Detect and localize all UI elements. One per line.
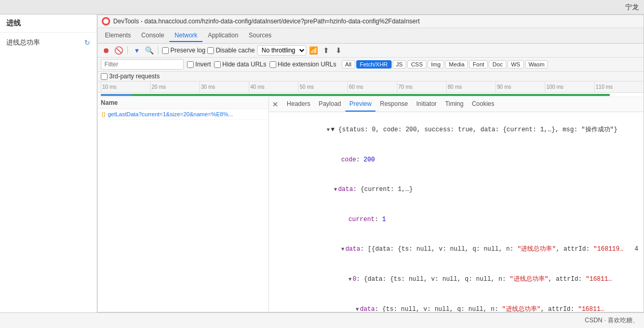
ruler-mark-100: 100 ms [545, 81, 594, 93]
hide-data-urls-checkbox[interactable]: Hide data URLs [214, 61, 266, 68]
thirdparty-checkbox-label[interactable]: 3rd-party requests [101, 73, 159, 80]
triangle-7[interactable] [356, 307, 359, 312]
json-line-1-text: ▼ {status: 0, code: 200, success: true, … [331, 126, 618, 133]
json-str-name-inner: "进线总功率" [502, 306, 541, 312]
filter-btn-wasm[interactable]: Wasm [525, 60, 548, 69]
filter-button[interactable]: ▾ [131, 45, 142, 56]
json-key-0: 0 [353, 276, 356, 283]
disable-cache-checkbox[interactable]: Disable cache [207, 47, 254, 54]
triangle-1[interactable] [327, 127, 330, 133]
upload-icon[interactable]: ⬆ [321, 45, 331, 56]
refresh-icon[interactable]: ↻ [84, 38, 90, 47]
clear-button[interactable]: 🚫 [113, 45, 124, 56]
filter-btn-css[interactable]: CSS [407, 60, 426, 69]
ruler-mark-80: 80 ms [446, 81, 495, 93]
requests-header: Name [98, 97, 269, 109]
record-button[interactable]: ⏺ [101, 45, 111, 56]
json-line-7: data: {ts: null, v: null, q: null, n: "进… [274, 294, 638, 312]
invert-checkbox[interactable]: Invert [187, 61, 211, 68]
filter-btn-all[interactable]: All [342, 60, 355, 69]
json-str-attrid-short: "168119… [594, 245, 624, 253]
ruler-mark-20: 20 ms [150, 81, 199, 93]
json-line-5: data: [{data: {ts: null, v: null, q: nul… [274, 235, 638, 265]
json-line-1: ▼ {status: 0, code: 200, success: true, … [274, 115, 638, 145]
ruler-mark-90: 90 ms [495, 81, 545, 93]
content-split: Name {} getLastData?current=1&size=20&na… [98, 97, 643, 312]
details-tab-headers[interactable]: Headers [283, 97, 314, 112]
invert-input[interactable] [187, 61, 194, 68]
details-tab-response[interactable]: Response [375, 97, 412, 112]
tab-network[interactable]: Network [169, 30, 203, 42]
details-tab-payload[interactable]: Payload [314, 97, 345, 112]
ruler-mark-70: 70 ms [397, 81, 446, 93]
tab-application[interactable]: Application [203, 30, 244, 42]
preserve-log-checkbox[interactable]: Preserve log [162, 47, 205, 54]
filter-btn-ws[interactable]: WS [507, 60, 524, 69]
details-tab-cookies[interactable]: Cookies [467, 97, 498, 112]
details-tab-initiator[interactable]: Initiator [412, 97, 441, 112]
hide-extension-urls-input[interactable] [270, 61, 276, 68]
ruler-marks: 10 ms 20 ms 30 ms 40 ms 50 ms 60 ms 70 m… [101, 81, 643, 93]
filter-bar: Invert Hide data URLs Hide extension URL… [98, 58, 643, 72]
tab-elements[interactable]: Elements [100, 30, 136, 42]
col-name-header: Name [101, 99, 265, 106]
filter-input[interactable] [101, 59, 184, 70]
download-icon[interactable]: ⬇ [333, 45, 344, 56]
json-str-attrid-inner: "16811… [578, 306, 604, 312]
json-key-data-arr: data [345, 245, 360, 253]
json-key-data: data [338, 186, 353, 193]
request-name: getLastData?current=1&size=20&name=%E8%.… [108, 111, 233, 117]
filter-btn-js[interactable]: JS [393, 60, 407, 69]
json-preview: ▼ {status: 0, code: 200, success: true, … [269, 112, 643, 312]
devtools-tabs: Elements Console Network Application Sou… [98, 28, 643, 44]
toolbar-sep-1 [127, 46, 128, 54]
ruler-mark-40: 40 ms [249, 81, 298, 93]
sidebar-title: 进线 [0, 15, 97, 33]
request-item[interactable]: {} getLastData?current=1&size=20&name=%E… [98, 109, 269, 120]
preserve-log-input[interactable] [162, 47, 169, 54]
ruler-mark-60: 60 ms [347, 81, 397, 93]
disable-cache-input[interactable] [207, 47, 214, 54]
triangle-5[interactable] [341, 247, 344, 252]
details-tab-timing[interactable]: Timing [441, 97, 468, 112]
devtools-title: DevTools - data.hnaccloud.com/hzinfo-dat… [113, 18, 420, 25]
json-line-6: 0: {data: {ts: null, v: null, q: null, n… [274, 265, 638, 295]
ruler-mark-50: 50 ms [298, 81, 347, 93]
tab-console[interactable]: Console [136, 30, 169, 42]
filter-type-buttons: All Fetch/XHR JS CSS Img Media Font Doc … [342, 60, 548, 69]
tab-sources[interactable]: Sources [244, 30, 277, 42]
filter-btn-font[interactable]: Font [469, 60, 488, 69]
close-button[interactable]: ✕ [272, 100, 278, 108]
triangle-3[interactable] [334, 187, 337, 193]
timeline-ruler: 10 ms 20 ms 30 ms 40 ms 50 ms 60 ms 70 m… [98, 81, 643, 93]
thirdparty-checkbox[interactable] [101, 73, 108, 80]
sidebar: 进线 进线总功率 ↻ [0, 15, 97, 312]
thirdparty-label: 3rd-party requests [109, 73, 159, 80]
bottom-bar: CSDN · 喜欢吃糖、 [0, 312, 644, 328]
json-val-code: 200 [364, 156, 375, 163]
requests-list: Name {} getLastData?current=1&size=20&na… [98, 97, 269, 312]
json-line-4: current: 1 [274, 205, 638, 235]
throttling-select[interactable]: No throttling [257, 45, 306, 56]
search-button[interactable]: 🔍 [144, 45, 154, 56]
json-key-data-inner: data [360, 306, 375, 312]
filter-btn-fetch-xhr[interactable]: Fetch/XHR [356, 60, 392, 69]
triangle-6[interactable] [348, 277, 352, 282]
json-line-2: code: 200 [274, 145, 638, 175]
sidebar-item[interactable]: 进线总功率 ↻ [0, 33, 97, 52]
bottom-bar-label: CSDN · 喜欢吃糖、 [585, 316, 639, 325]
devtools-titlebar: DevTools - data.hnaccloud.com/hzinfo-dat… [98, 15, 643, 28]
timeline-blue-bar [101, 94, 132, 96]
hide-data-urls-input[interactable] [214, 61, 221, 68]
filter-btn-media[interactable]: Media [445, 60, 468, 69]
ruler-mark-110: 110 ms [594, 81, 643, 93]
json-str-attrid-0: "16811… [586, 276, 612, 283]
details-tab-preview[interactable]: Preview [345, 97, 376, 112]
thirdparty-bar: 3rd-party requests [98, 72, 643, 81]
hide-extension-urls-checkbox[interactable]: Hide extension URLs [270, 61, 337, 68]
filter-btn-img[interactable]: Img [427, 60, 444, 69]
wifi-icon[interactable]: 📶 [308, 45, 319, 56]
filter-btn-doc[interactable]: Doc [489, 60, 506, 69]
request-type-icon: {} [102, 111, 105, 117]
json-val-current: 1 [382, 216, 386, 223]
